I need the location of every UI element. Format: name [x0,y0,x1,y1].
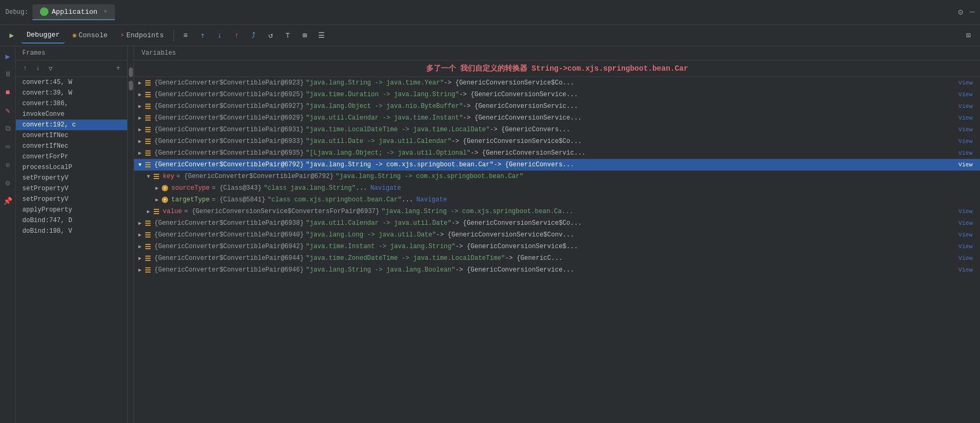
tree-toggle[interactable]: ▶ [145,208,152,215]
tree-row[interactable]: ▶{GenericConverter$ConvertiblePair@6942}… [134,241,980,252]
frame-item[interactable]: setPropertyV [16,183,127,194]
view-link[interactable]: View [959,208,978,215]
view-link[interactable]: View [959,138,978,145]
tree-row[interactable]: ▶{GenericConverter$ConvertiblePair@6925}… [134,89,980,100]
layout-toggle-btn[interactable]: ⊡ [961,28,976,43]
tree-toggle[interactable]: ▶ [136,267,144,273]
frame-item[interactable]: doBind:747, D [16,215,127,226]
frame-item[interactable]: convert:192, c [16,120,127,130]
debugger-tab[interactable]: Debugger [21,28,65,44]
frame-down-btn[interactable]: ↓ [32,63,44,74]
view-link[interactable]: View [959,91,978,98]
tree-value: "java.lang.String -> java.lang.Boolean" [306,266,455,274]
sidebar-icon-camera[interactable]: ⊙ [2,159,14,171]
sidebar-icon-gear[interactable]: ⚙ [2,177,14,189]
frame-item[interactable]: convert:45, W [16,77,127,88]
tree-toggle[interactable]: ▶ [136,126,144,133]
view-link[interactable]: View [959,80,978,86]
tree-toggle[interactable]: ▼ [145,174,152,180]
tree-row[interactable]: ▶fsourceType = {Class@343} "class java.l… [134,182,980,194]
tree-row[interactable]: ▶{GenericConverter$ConvertiblePair@6929}… [134,112,980,124]
tree-row[interactable]: ▶{GenericConverter$ConvertiblePair@6923}… [134,77,980,89]
tree-toggle[interactable]: ▶ [136,103,144,109]
close-tab-icon[interactable]: × [104,9,107,15]
frame-item[interactable]: doBind:198, V [16,226,127,236]
tree-row[interactable]: ▶{GenericConverter$ConvertiblePair@6935}… [134,147,980,159]
frame-item[interactable]: invokeConve [16,109,127,120]
evaluate-btn[interactable]: ↺ [263,28,278,43]
tree-toggle[interactable]: ▶ [136,220,144,226]
sidebar-icon-pencil[interactable]: ✎ [2,105,14,116]
view-link[interactable]: View [959,255,978,261]
layout-btn[interactable]: ☰ [314,28,329,43]
tree-toggle[interactable]: ▶ [136,115,144,121]
run-cursor-btn[interactable]: ⤴ [246,28,261,43]
tree-toggle[interactable]: ▶ [136,138,144,145]
frame-item[interactable]: convertIfNec [16,141,127,151]
sidebar-icon-infinity[interactable]: ∞ [2,141,14,153]
tree-row[interactable]: ▶{GenericConverter$ConvertiblePair@6940}… [134,229,980,241]
tree-row[interactable]: ▶{GenericConverter$ConvertiblePair@6933}… [134,136,980,147]
tree-row[interactable]: ▶value = {GenericConversionService$Conve… [134,206,980,217]
view-link[interactable]: View [959,220,978,226]
sidebar-icon-play[interactable]: ▶ [2,50,14,62]
tree-toggle[interactable]: ▶ [153,185,161,191]
debug-tree[interactable]: ▶{GenericConverter$ConvertiblePair@6923}… [134,77,980,423]
minimize-icon[interactable]: — [969,7,975,17]
view-link[interactable]: View [959,103,978,109]
settings-icon[interactable]: ⚙ [958,7,964,18]
frame-up-btn[interactable]: ↑ [19,63,31,74]
sidebar-icon-pin[interactable]: 📌 [2,195,14,207]
view-link[interactable]: View [959,126,978,133]
frame-item[interactable]: processLocalP [16,162,127,173]
tree-toggle[interactable]: ▶ [136,232,144,238]
view-link[interactable]: View [959,232,978,238]
tree-row[interactable]: ▶{GenericConverter$ConvertiblePair@6931}… [134,124,980,136]
navigate-link[interactable]: Navigate [417,196,447,204]
tree-toggle[interactable]: ▶ [153,197,161,203]
frame-item[interactable]: applyProperty [16,205,127,215]
tree-toggle[interactable]: ▶ [136,80,144,86]
trace-btn[interactable]: ⊤ [280,28,295,43]
tree-row[interactable]: ▼key = {GenericConverter$ConvertiblePair… [134,171,980,182]
tree-toggle[interactable]: ▶ [136,255,144,261]
sidebar-icon-copy[interactable]: ⧉ [2,123,14,134]
navigate-link[interactable]: Navigate [370,184,401,192]
tree-toggle[interactable]: ▶ [136,150,144,156]
frame-item[interactable]: setPropertyV [16,194,127,205]
table-view-btn[interactable]: ⊞ [297,28,312,43]
tree-toggle[interactable]: ▼ [136,162,144,168]
step-into-btn[interactable]: ↓ [212,28,227,43]
sidebar-icon-pause[interactable]: ⏸ [2,69,14,80]
view-link[interactable]: View [959,267,978,273]
tree-value: "java.lang.Long -> java.util.Date" [306,231,436,239]
tree-row[interactable]: ▶{GenericConverter$ConvertiblePair@6946}… [134,264,980,276]
tree-toggle[interactable]: ▶ [136,91,144,98]
tree-row[interactable]: ▶{GenericConverter$ConvertiblePair@6927}… [134,100,980,112]
view-link[interactable]: View [959,162,978,168]
app-tab[interactable]: Application × [32,4,114,20]
frame-item[interactable]: convertIfNec [16,130,127,141]
frame-item[interactable]: setPropertyV [16,173,127,183]
frame-item[interactable]: convert:39, W [16,88,127,98]
step-out-btn[interactable]: ↑ [229,28,244,43]
tree-row[interactable]: ▼{GenericConverter$ConvertiblePair@6792}… [134,159,980,171]
frame-add-btn[interactable]: + [112,63,124,74]
resume-btn[interactable]: ▶ [4,28,19,43]
step-over-btn[interactable]: ⇡ [195,28,210,43]
frame-item[interactable]: convert:386, [16,98,127,109]
view-link[interactable]: View [959,150,978,156]
view-link[interactable]: View [959,243,978,250]
tree-row[interactable]: ▶{GenericConverter$ConvertiblePair@6944}… [134,252,980,264]
menu-icon-btn[interactable]: ≡ [178,28,193,43]
scroll-area[interactable] [128,46,134,423]
frame-item[interactable]: convertForPr [16,151,127,162]
console-tab[interactable]: ◉ Console [67,28,113,44]
view-link[interactable]: View [959,115,978,121]
tree-row[interactable]: ▶ftargetType = {Class@5841} "class com.x… [134,194,980,206]
sidebar-icon-stop[interactable]: ■ [2,87,14,98]
tree-toggle[interactable]: ▶ [136,243,144,250]
endpoints-tab[interactable]: ⚡ Endpoints [115,28,169,44]
frame-filter-btn[interactable]: ▽ [45,63,56,74]
tree-row[interactable]: ▶{GenericConverter$ConvertiblePair@6938}… [134,217,980,229]
